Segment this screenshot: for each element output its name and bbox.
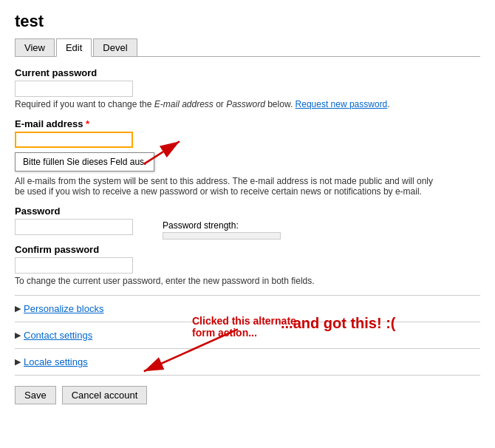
contact-settings-header[interactable]: ▶ Contact settings (15, 330, 480, 341)
current-password-input[interactable] (15, 81, 133, 97)
locale-settings-section: ▶ Locale settings (15, 356, 480, 367)
divider-1 (15, 295, 480, 296)
personalize-blocks-header[interactable]: ▶ Personalize blocks (15, 303, 480, 314)
contact-settings-wrapper: ▶ Contact settings Clicked this alternat… (15, 330, 480, 341)
tab-devel[interactable]: Devel (93, 38, 137, 56)
personalize-blocks-section: ▶ Personalize blocks (15, 303, 480, 314)
password-strength-group: Password strength: (163, 206, 281, 240)
annotation-line1: Clicked this alternate (192, 315, 296, 327)
password-strength-bar (163, 232, 281, 240)
confirm-password-group: Confirm password To change the current u… (15, 244, 480, 286)
cancel-account-button[interactable]: Cancel account (62, 386, 148, 404)
personalize-blocks-link[interactable]: Personalize blocks (24, 303, 103, 314)
tab-edit[interactable]: Edit (56, 38, 92, 57)
divider-2 (15, 322, 480, 322)
current-password-group: Current password Required if you want to… (15, 67, 480, 109)
current-password-label: Current password (15, 67, 480, 78)
tab-view[interactable]: View (15, 38, 55, 56)
chevron-right-icon-2: ▶ (15, 330, 21, 340)
page-wrapper: test View Edit Devel Current password Re… (15, 12, 480, 404)
tooltip-box: Bitte füllen Sie dieses Feld aus. (15, 152, 154, 172)
divider-3 (15, 348, 480, 349)
password-label: Password (15, 206, 133, 217)
request-new-password-link[interactable]: Request new password (296, 99, 388, 109)
email-label: E-mail address * (15, 118, 480, 129)
chevron-right-icon-3: ▶ (15, 357, 21, 367)
email-help: All e-mails from the system will be sent… (15, 176, 443, 197)
contact-settings-link[interactable]: Contact settings (24, 330, 92, 341)
chevron-right-icon: ▶ (15, 304, 21, 313)
buttons-row: Save Cancel account (15, 386, 480, 404)
email-input[interactable] (15, 132, 133, 148)
password-row: Password Password strength: (15, 206, 480, 244)
tooltip-text: Bitte füllen Sie dieses Feld aus. (23, 157, 146, 167)
email-group: E-mail address * Bitte füllen Sie dieses… (15, 118, 480, 197)
password-strength-label: Password strength: (163, 220, 281, 231)
current-password-help: Required if you want to change the E-mai… (15, 99, 443, 109)
save-button[interactable]: Save (15, 386, 56, 404)
divider-4 (15, 375, 480, 376)
locale-settings-header[interactable]: ▶ Locale settings (15, 356, 480, 367)
contact-settings-section: ▶ Contact settings (15, 330, 480, 341)
confirm-password-label: Confirm password (15, 244, 480, 255)
confirm-password-help: To change the current user password, ent… (15, 276, 443, 286)
page-title: test (15, 12, 480, 31)
confirm-password-input[interactable] (15, 257, 133, 274)
locale-settings-link[interactable]: Locale settings (24, 356, 88, 367)
tabs-bar: View Edit Devel (15, 38, 480, 57)
password-group: Password (15, 206, 133, 235)
password-input[interactable] (15, 219, 133, 235)
